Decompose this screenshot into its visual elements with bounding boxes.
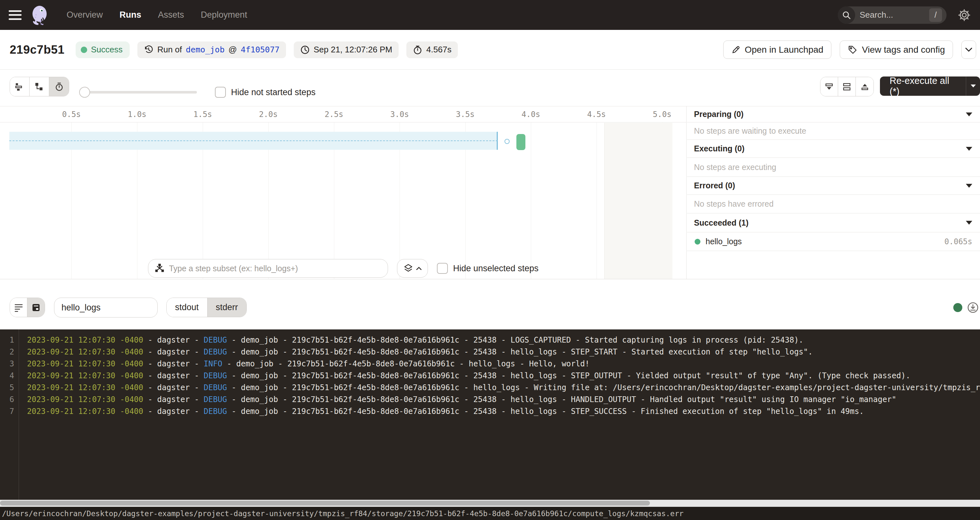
download-logs-button[interactable]: [967, 302, 979, 313]
log-line: 22023-09-21 12:07:30 -0400 - dagster - D…: [0, 346, 980, 358]
reexecute-dropdown-button[interactable]: [966, 84, 980, 88]
job-name-link[interactable]: demo_job: [186, 45, 224, 54]
section-executing[interactable]: Executing (0): [687, 140, 980, 158]
log-line-number: 2: [0, 347, 14, 357]
axis-tick: 4.5s: [587, 110, 606, 119]
zoom-slider-handle[interactable]: [79, 87, 90, 98]
preparing-empty-text: No steps are waiting to execute: [687, 122, 980, 140]
axis-tick: 3.5s: [456, 110, 474, 119]
pencil-icon: [731, 45, 740, 54]
log-line: 32023-09-21 12:07:30 -0400 - dagster - I…: [0, 358, 980, 369]
nav-item-assets[interactable]: Assets: [158, 10, 184, 20]
log-line-number: 4: [0, 371, 14, 380]
hide-unselected-checkbox[interactable]: [437, 263, 448, 274]
step-subset-input[interactable]: [169, 264, 375, 273]
gridline: [597, 122, 597, 279]
history-icon: [144, 45, 153, 55]
nav-item-overview[interactable]: Overview: [67, 10, 103, 20]
structured-logs-button[interactable]: [10, 298, 27, 317]
global-search-input[interactable]: Search... /: [838, 6, 947, 24]
gantt-view-mode-group: [10, 77, 69, 97]
gantt-chart: 0.5s1.0s1.5s2.0s2.5s3.0s3.5s4.0s4.5s5.0s: [0, 106, 687, 279]
graph-query-toggle-button[interactable]: [397, 259, 428, 278]
gantt-step-bar-hello-logs[interactable]: [516, 134, 525, 150]
section-errored[interactable]: Errored (0): [687, 177, 980, 195]
axis-tick: 3.0s: [390, 110, 409, 119]
succeeded-step-row[interactable]: hello_logs 0.065s: [687, 232, 980, 251]
run-actions-dropdown-button[interactable]: [961, 41, 976, 59]
scrollbar-thumb[interactable]: [0, 501, 650, 506]
chevron-down-icon[interactable]: [966, 184, 972, 188]
dagster-run-page: Overview Runs Assets Deployment Search..…: [0, 0, 980, 520]
log-line-number: 7: [0, 407, 14, 416]
log-line-number: 6: [0, 395, 14, 404]
tab-stderr[interactable]: stderr: [207, 298, 247, 317]
gantt-dependency-dashed-line: [10, 140, 498, 141]
raw-logs-button[interactable]: [27, 298, 45, 317]
chevron-down-icon[interactable]: [966, 147, 972, 151]
layers-icon: [404, 263, 413, 273]
view-tags-config-button[interactable]: View tags and config: [840, 41, 953, 59]
log-file-path: /Users/erincochran/Desktop/dagster-examp…: [2, 509, 684, 518]
errored-empty-text: No steps have errored: [687, 195, 980, 213]
dagster-logo-icon[interactable]: [30, 5, 50, 25]
zoom-slider-track[interactable]: [81, 91, 197, 94]
waterfall-view-button[interactable]: [30, 77, 49, 96]
stdout-stderr-group: stdout stderr: [166, 298, 247, 317]
log-output-viewport[interactable]: 12023-09-21 12:07:30 -0400 - dagster - D…: [0, 330, 980, 500]
tag-icon: [848, 45, 858, 55]
expand-bottom-panel-button[interactable]: [821, 77, 838, 96]
nav-item-deployment[interactable]: Deployment: [201, 10, 247, 20]
section-succeeded[interactable]: Succeeded (1): [687, 213, 980, 232]
gantt-future-region: [604, 123, 673, 279]
chevron-down-icon: [965, 48, 972, 52]
log-horizontal-scrollbar[interactable]: [0, 500, 980, 507]
split-panels-button[interactable]: [838, 77, 856, 96]
open-in-launchpad-button[interactable]: Open in Launchpad: [723, 41, 831, 59]
chevron-down-icon[interactable]: [966, 221, 972, 225]
timed-view-button[interactable]: [49, 77, 69, 96]
duration-tag: 4.567s: [406, 41, 458, 58]
log-line-text: 2023-09-21 12:07:30 -0400 - dagster - IN…: [27, 359, 589, 368]
gantt-time-axis: 0.5s1.0s1.5s2.0s2.5s3.0s3.5s4.0s4.5s5.0s: [0, 106, 687, 122]
axis-tick: 5.0s: [653, 110, 671, 119]
log-line-text: 2023-09-21 12:07:30 -0400 - dagster - DE…: [27, 383, 980, 392]
hide-not-started-checkbox[interactable]: [215, 87, 226, 98]
axis-tick: 0.5s: [62, 110, 81, 119]
tab-stdout[interactable]: stdout: [167, 298, 207, 317]
log-step-input[interactable]: [62, 303, 148, 313]
log-line-text: 2023-09-21 12:07:30 -0400 - dagster - DE…: [27, 371, 910, 380]
log-line-text: 2023-09-21 12:07:30 -0400 - dagster - DE…: [27, 407, 864, 416]
axis-tick: 4.0s: [522, 110, 540, 119]
run-id-title: 219c7b51: [10, 43, 65, 57]
reexecute-all-button[interactable]: Re-execute all (*): [880, 76, 980, 96]
split-panel-toggle-group: [820, 77, 874, 97]
section-preparing[interactable]: Preparing (0): [687, 106, 980, 122]
log-step-select[interactable]: [54, 298, 158, 317]
snapshot-id-link[interactable]: 4f105077: [241, 45, 279, 54]
top-nav: Overview Runs Assets Deployment Search..…: [0, 0, 980, 30]
nav-item-runs[interactable]: Runs: [120, 10, 142, 20]
stopwatch-icon: [413, 45, 422, 55]
chevron-up-icon: [416, 267, 422, 270]
gantt-controls-row: Hide not started steps Re-execute all (*…: [0, 70, 980, 106]
run-of-tag: Run of demo_job @ 4f105077: [137, 41, 286, 58]
gridline: [531, 122, 531, 279]
flat-view-button[interactable]: [10, 77, 30, 96]
step-subset-input-wrap: [148, 259, 388, 278]
run-status-badge: Success: [76, 41, 130, 58]
compute-logs-section: stdout stderr 12023-09-21 12:07:30 -0400…: [0, 279, 980, 520]
op-selector-icon: [155, 263, 164, 273]
settings-gear-icon[interactable]: [958, 8, 971, 22]
log-line-text: 2023-09-21 12:07:30 -0400 - dagster - DE…: [27, 347, 813, 357]
primary-nav: Overview Runs Assets Deployment: [67, 10, 247, 20]
expand-top-panel-button[interactable]: [856, 77, 873, 96]
status-dot-icon: [81, 47, 87, 53]
search-placeholder: Search...: [860, 10, 893, 20]
hamburger-menu-icon[interactable]: [9, 10, 22, 20]
log-line-text: 2023-09-21 12:07:30 -0400 - dagster - DE…: [27, 395, 896, 404]
log-view-mode-group: [10, 298, 45, 317]
success-dot-icon: [695, 239, 700, 244]
log-line-text: 2023-09-21 12:07:30 -0400 - dagster - DE…: [27, 336, 803, 344]
chevron-down-icon[interactable]: [966, 113, 972, 116]
